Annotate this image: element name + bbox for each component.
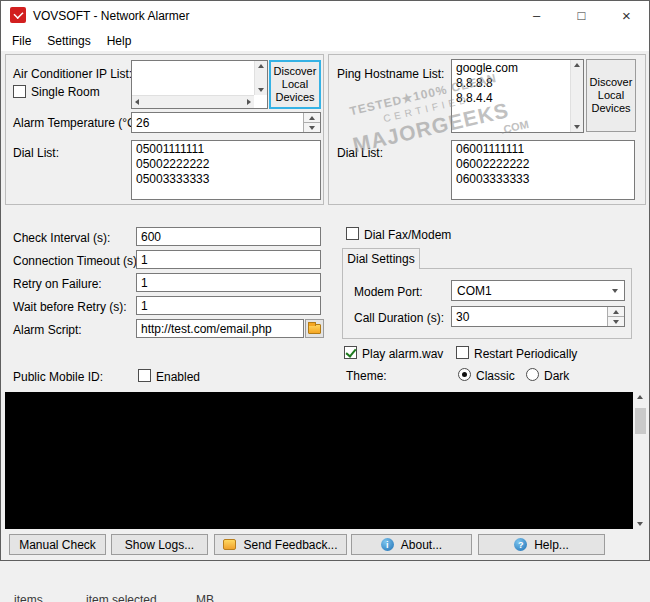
menu-settings[interactable]: Settings [39, 31, 98, 51]
status-console [5, 392, 647, 529]
connection-timeout-input[interactable] [136, 250, 321, 269]
show-logs-label: Show Logs... [125, 538, 194, 552]
alarm-script-input[interactable] [136, 319, 304, 338]
call-duration-label: Call Duration (s): [354, 311, 444, 325]
ping-hostname-list-input[interactable]: google.com 8.8.8.8 8.8.4.4 [452, 60, 570, 132]
ping-hostname-listbox[interactable]: google.com 8.8.8.8 8.8.4.4 [451, 59, 584, 133]
browse-script-button[interactable] [305, 319, 324, 338]
public-mobile-id-label: Public Mobile ID: [13, 370, 103, 384]
menu-bar: File Settings Help [1, 30, 649, 51]
play-alarm-label[interactable]: Play alarm.wav [362, 347, 443, 361]
menu-file[interactable]: File [4, 31, 39, 51]
statusbar-items-fragment: items [14, 593, 43, 602]
call-duration-spinner [607, 307, 624, 326]
maximize-button[interactable]: □ [559, 1, 604, 30]
alarm-temperature-spinbox[interactable] [131, 112, 321, 133]
spin-down-icon [309, 126, 315, 130]
info-icon [381, 538, 394, 551]
retry-on-failure-input[interactable] [136, 273, 321, 292]
discover-local-devices-button-right[interactable]: Discover Local Devices [586, 59, 636, 132]
play-alarm-checkbox[interactable] [344, 346, 357, 359]
discover-local-devices-button-left[interactable]: Discover Local Devices [269, 60, 321, 109]
spin-up-icon [613, 310, 619, 314]
vertical-scrollbar[interactable] [254, 61, 267, 95]
restart-periodically-label[interactable]: Restart Periodically [474, 347, 577, 361]
show-logs-button[interactable]: Show Logs... [111, 534, 208, 555]
connection-timeout-label: Connection Timeout (s): [13, 254, 140, 268]
enabled-label[interactable]: Enabled [156, 370, 200, 384]
air-ip-listbox[interactable] [131, 60, 268, 109]
call-duration-spinbox[interactable] [451, 306, 625, 327]
manual-check-button[interactable]: Manual Check [9, 534, 106, 555]
minimize-button[interactable]: – [514, 1, 559, 30]
dial-list-label-left: Dial List: [13, 146, 59, 160]
horizontal-scrollbar[interactable] [132, 95, 254, 108]
folder-icon [308, 324, 321, 334]
vertical-scrollbar[interactable] [570, 60, 583, 132]
send-feedback-label: Send Feedback... [243, 538, 337, 552]
scroll-down-icon[interactable] [574, 125, 580, 129]
modem-port-value: COM1 [457, 284, 492, 298]
scroll-down-icon[interactable] [258, 88, 264, 92]
scrollbar-thumb[interactable] [635, 408, 646, 434]
modem-port-label: Modem Port: [354, 285, 423, 299]
dial-fax-modem-label[interactable]: Dial Fax/Modem [364, 228, 451, 242]
modem-port-select[interactable]: COM1 [451, 280, 625, 301]
spin-down-icon [613, 320, 619, 324]
maximize-icon: □ [578, 8, 586, 23]
scroll-left-icon[interactable] [135, 99, 139, 105]
restart-periodically-checkbox[interactable] [456, 346, 469, 359]
alarm-script-label: Alarm Script: [13, 323, 82, 337]
spin-up-button[interactable] [304, 113, 320, 123]
scroll-up-icon[interactable] [637, 395, 643, 399]
chevron-down-icon[interactable] [606, 281, 624, 300]
ping-hostname-list-label: Ping Hostname List: [337, 67, 444, 81]
send-feedback-button[interactable]: Send Feedback... [214, 534, 347, 555]
spin-down-button[interactable] [304, 123, 320, 132]
dial-settings-panel [342, 268, 632, 339]
scroll-right-icon[interactable] [247, 99, 251, 105]
theme-dark-label[interactable]: Dark [544, 369, 569, 383]
menu-help[interactable]: Help [99, 31, 140, 51]
call-duration-input[interactable] [452, 307, 607, 326]
scroll-down-icon[interactable] [637, 522, 643, 526]
statusbar-selected-fragment: item selected [86, 593, 157, 602]
air-ip-list-input[interactable] [132, 61, 254, 95]
close-icon: × [622, 7, 631, 24]
manual-check-label: Manual Check [19, 538, 96, 552]
dial-settings-tab[interactable]: Dial Settings [342, 248, 420, 269]
help-button[interactable]: Help... [478, 534, 605, 555]
enabled-checkbox[interactable] [138, 369, 151, 382]
titlebar: VOVSOFT - Network Alarmer – □ × [1, 1, 649, 30]
alarm-temperature-input[interactable] [132, 113, 303, 132]
spin-down-button[interactable] [608, 317, 624, 326]
minimize-icon: – [533, 8, 540, 23]
statusbar-size-fragment: MB [196, 593, 214, 602]
app-icon [10, 7, 26, 23]
single-room-checkbox[interactable] [13, 85, 26, 98]
scroll-up-icon[interactable] [258, 64, 264, 68]
spin-up-button[interactable] [608, 307, 624, 317]
retry-on-failure-label: Retry on Failure: [13, 277, 102, 291]
app-window: VOVSOFT - Network Alarmer – □ × File Set… [0, 0, 650, 561]
theme-classic-radio[interactable] [458, 368, 471, 381]
alarm-temperature-label: Alarm Temperature (°C): [13, 116, 143, 130]
theme-label: Theme: [346, 369, 387, 383]
wait-before-retry-input[interactable] [136, 296, 321, 315]
scroll-up-icon[interactable] [574, 63, 580, 67]
about-label: About... [401, 538, 442, 552]
dial-settings-tab-label: Dial Settings [347, 252, 414, 266]
wait-before-retry-label: Wait before Retry (s): [13, 300, 127, 314]
about-button[interactable]: About... [351, 534, 472, 555]
alarm-temperature-spinner [303, 113, 320, 132]
dial-list-input-left[interactable]: 05001111111 05002222222 05003333333 [131, 140, 321, 200]
question-icon [514, 538, 527, 551]
close-button[interactable]: × [604, 1, 649, 30]
theme-classic-label[interactable]: Classic [476, 369, 515, 383]
single-room-label[interactable]: Single Room [31, 85, 100, 99]
dial-list-input-right[interactable]: 06001111111 06002222222 06003333333 [451, 140, 635, 200]
theme-dark-radio[interactable] [526, 368, 539, 381]
check-interval-input[interactable] [136, 227, 321, 246]
spin-up-icon [309, 116, 315, 120]
dial-fax-modem-checkbox[interactable] [346, 227, 359, 240]
